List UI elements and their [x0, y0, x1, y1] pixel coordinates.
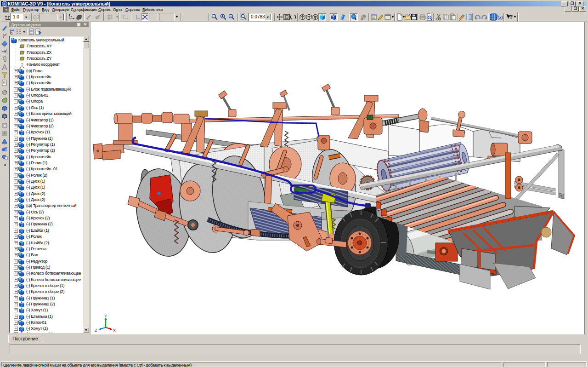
- svg-text:Y: Y: [104, 314, 107, 318]
- svg-text:f(x): f(x): [496, 14, 503, 20]
- svg-text:Z: Z: [95, 328, 97, 333]
- svg-text:K: K: [3, 2, 6, 6]
- svg-text:X: X: [113, 328, 116, 333]
